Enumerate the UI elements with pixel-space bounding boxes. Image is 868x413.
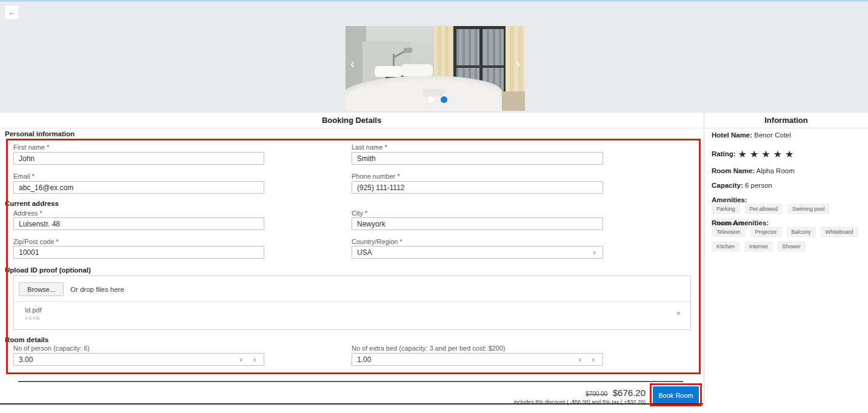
uploaded-file-name: Id.pdf [25,306,42,314]
address-label: Address * [13,210,42,217]
star-rating-icons: ★★★★★ [738,149,797,159]
zip-post-code-field[interactable] [13,246,264,259]
room-amenity-chip: Projector [750,226,782,237]
summary-divider [18,381,683,382]
final-price: $676.20 [613,388,646,398]
first-name-field[interactable] [13,152,264,165]
country-region-label: Country/Region * [352,238,402,245]
persons-input[interactable] [14,354,264,365]
book-room-button[interactable]: Book Room [653,386,699,404]
upload-browse-row: Browse... Or drop files here [14,276,690,302]
chevron-down-icon[interactable]: ∨ [578,357,582,363]
amenity-chip: Parking [712,203,740,214]
persons-stepper: ∨ ∧ [13,353,264,366]
no-of-person-label: No of person (capacity: 6) [13,345,90,352]
room-amenity-chip: Internet [744,241,773,252]
booking-details-title: Booking Details [0,116,703,125]
last-name-label: Last name * [352,144,387,151]
phone-number-field[interactable] [352,181,603,194]
booking-page: ← ‹ › Booking Details Information [0,0,868,413]
price-line: $700.00 $676.20 [424,388,646,398]
room-amenity-chip: Balcony [787,226,816,237]
chevron-down-icon[interactable]: ∨ [239,357,243,363]
room-photo [423,89,444,96]
current-address-heading: Current address [5,200,59,207]
room-amenity-chip: Shower [778,241,806,252]
room-photo [375,66,402,77]
amenity-chip: Pet allowed [745,203,783,214]
room-photo [401,64,433,76]
room-photo-carousel: ‹ › [346,26,525,111]
phone-number-label: Phone number * [352,173,400,180]
email-field[interactable] [13,181,264,194]
browse-button[interactable]: Browse... [19,282,64,296]
carousel-next-icon[interactable]: › [516,58,520,71]
city-field[interactable] [352,217,603,230]
extra-bed-stepper: ∨ ∧ [352,353,603,366]
room-amenity-chip: Television [712,226,746,237]
uploaded-file-size: 4.6 KB [25,316,39,321]
hotel-name-value: Benor Cotel [752,131,791,139]
room-name-label: Room Name: [712,167,755,174]
rating-row: Rating:★★★★★ [712,148,864,160]
room-amenity-chip: Whiteboard [821,226,858,237]
email-label: Email * [13,173,35,180]
chevron-down-icon: ∨ [592,249,596,256]
address-field[interactable] [13,217,264,230]
extra-bed-input[interactable] [352,354,603,365]
back-arrow-icon[interactable]: ← [5,5,19,19]
page-bottom-edge [0,403,703,405]
capacity-value: 6 person [743,182,772,189]
divider [704,128,868,128]
room-amenity-chip: Kitchen [712,241,739,252]
file-drop-zone[interactable]: Browse... Or drop files here Id.pdf 4.6 … [13,276,691,330]
last-name-field[interactable] [352,152,603,165]
personal-information-heading: Personal information [5,130,75,137]
hotel-name-label: Hotel Name: [712,131,752,139]
no-of-extra-bed-label: No of extra bed (capacity: 3 and per bed… [352,345,506,352]
capacity-row: Capacity: 6 person [712,182,864,189]
room-name-value: Alpha Room [755,167,795,174]
zip-post-code-label: Zip/Post code * [13,238,59,245]
hotel-name-row: Hotel Name: Benor Cotel [712,131,864,139]
city-label: City * [352,210,367,217]
room-amenities-chips: Television Projector Balcony Whiteboard … [712,226,866,252]
amenities-label: Amenities: [712,196,864,203]
chevron-up-icon[interactable]: ∧ [252,357,256,363]
amenity-chip: Swiming pool [787,203,830,214]
rating-label: Rating: [712,150,736,157]
room-photo [404,48,412,53]
carousel-dot-active[interactable] [441,96,447,103]
top-header: ← ‹ › [0,0,868,113]
carousel-dot[interactable] [428,97,433,102]
capacity-label: Capacity: [712,182,743,189]
chevron-up-icon[interactable]: ∧ [591,357,595,363]
country-selected-value: USA [357,248,372,257]
original-price: $700.00 [586,391,607,397]
upload-id-proof-heading: Upload ID proof (optional) [5,266,91,274]
first-name-label: First name * [13,144,49,151]
panel-divider [704,113,704,405]
drop-files-hint: Or drop files here [70,286,124,293]
room-amenities-label: Room Amenities: [712,219,864,226]
remove-file-icon[interactable]: × [676,309,681,318]
room-name-row: Room Name: Alpha Room [712,167,864,174]
information-title: Information [704,116,868,125]
country-select[interactable]: USA ∨ [352,246,603,259]
divider [0,128,703,128]
room-details-heading: Room details [5,336,48,343]
carousel-prev-icon[interactable]: ‹ [350,58,355,71]
